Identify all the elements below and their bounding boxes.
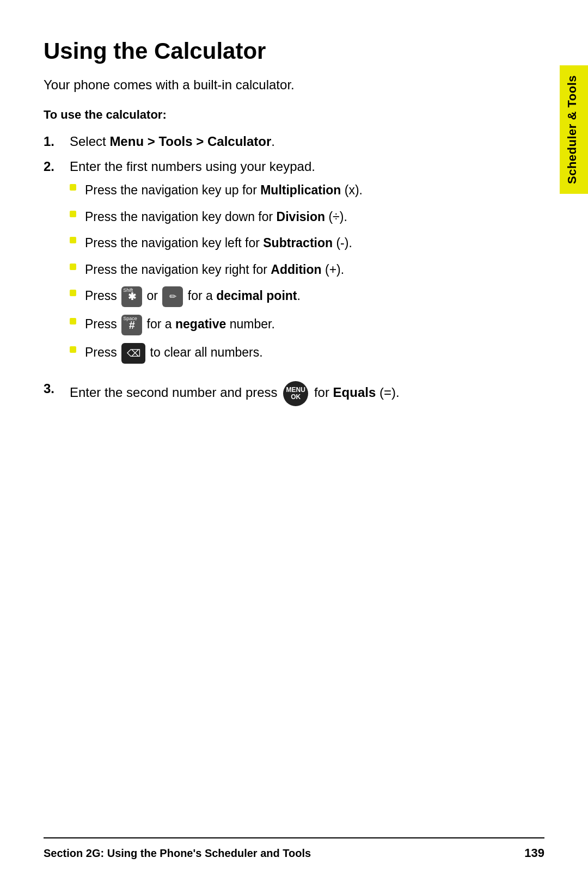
sub-item-addition: Press the navigation key right for Addit… (70, 260, 544, 279)
hash-key-space-label: Space (123, 316, 137, 321)
page-footer: Section 2G: Using the Phone's Scheduler … (44, 837, 544, 860)
sub-item-addition-text: Press the navigation key right for Addit… (85, 260, 544, 279)
bullet-icon-decimal (70, 290, 76, 296)
step-3-content: Enter the second number and press MENUOK… (70, 381, 544, 406)
division-bold: Division (277, 210, 325, 224)
footer-page-number: 139 (524, 846, 544, 860)
or-text: or (147, 289, 162, 303)
star-key-symbol: ✱ (128, 292, 136, 302)
footer-left-text: Section 2G: Using the Phone's Scheduler … (44, 847, 311, 860)
bullet-icon-clear (70, 346, 76, 353)
subtraction-bold: Subtraction (263, 236, 333, 250)
step-3-number: 3. (44, 381, 65, 396)
hash-key-icon: Space # (121, 315, 142, 335)
star-key-shift-label: Shift (123, 288, 133, 293)
star-key-icon: Shift ✱ (121, 286, 142, 307)
step-2: 2. Enter the first numbers using your ke… (44, 159, 544, 371)
clear-key-icon: ⌫ (121, 343, 145, 364)
sub-item-decimal: Press Shift ✱ or ✏ for a decimal (70, 286, 544, 307)
sub-item-clear-text: Press ⌫ to clear all numbers. (85, 343, 544, 364)
step-3-text-plain: Enter the second number and press (70, 385, 281, 400)
sub-list: Press the navigation key up for Multipli… (70, 181, 544, 364)
step-1-content: Select Menu > Tools > Calculator. (70, 134, 544, 149)
bullet-icon-multiplication (70, 184, 76, 191)
decimal-bold: decimal point (216, 289, 297, 303)
step-1-number: 1. (44, 134, 65, 149)
bullet-icon-subtraction (70, 237, 76, 243)
equals-bold: Equals (333, 385, 376, 400)
multiplication-bold: Multiplication (260, 183, 341, 197)
step-1-text-plain: Select (70, 134, 109, 149)
step-3-after: (=). (376, 385, 399, 400)
sub-item-negative: Press Space # for a negative number. (70, 315, 544, 335)
intro-text: Your phone comes with a built-in calcula… (44, 77, 544, 93)
section-label: To use the calculator: (44, 108, 544, 122)
sub-item-division: Press the navigation key down for Divisi… (70, 207, 544, 226)
step-3: 3. Enter the second number and press MEN… (44, 381, 544, 406)
step-2-content: Enter the first numbers using your keypa… (70, 159, 544, 371)
pencil-key-icon: ✏ (162, 286, 183, 307)
step-1-after: . (271, 134, 275, 149)
sub-item-negative-text: Press Space # for a negative number. (85, 315, 544, 335)
hash-key-symbol: # (129, 320, 135, 330)
step-2-number: 2. (44, 159, 65, 174)
steps-list: 1. Select Menu > Tools > Calculator. 2. … (44, 134, 544, 406)
step-2-text: Enter the first numbers using your keypa… (70, 159, 315, 174)
sub-item-clear: Press ⌫ to clear all numbers. (70, 343, 544, 364)
sub-item-division-text: Press the navigation key down for Divisi… (85, 207, 544, 226)
side-tab: Scheduler & Tools (560, 65, 588, 194)
bullet-icon-division (70, 211, 76, 217)
sub-item-subtraction: Press the navigation key left for Subtra… (70, 234, 544, 253)
page-container: Scheduler & Tools Using the Calculator Y… (0, 0, 588, 882)
sub-item-multiplication-text: Press the navigation key up for Multipli… (85, 181, 544, 200)
step-1: 1. Select Menu > Tools > Calculator. (44, 134, 544, 149)
sub-item-multiplication: Press the navigation key up for Multipli… (70, 181, 544, 200)
menu-ok-icon: MENUOK (283, 381, 308, 406)
page-title: Using the Calculator (44, 38, 544, 64)
negative-bold: negative (175, 317, 226, 331)
sub-item-decimal-text: Press Shift ✱ or ✏ for a decimal (85, 286, 544, 307)
side-tab-label: Scheduler & Tools (565, 75, 579, 184)
step-1-bold: Menu > Tools > Calculator (109, 134, 271, 149)
bullet-icon-addition (70, 264, 76, 270)
bullet-icon-negative (70, 318, 76, 324)
step-3-text-after: for (314, 385, 333, 400)
sub-item-subtraction-text: Press the navigation key left for Subtra… (85, 234, 544, 253)
addition-bold: Addition (271, 262, 321, 277)
